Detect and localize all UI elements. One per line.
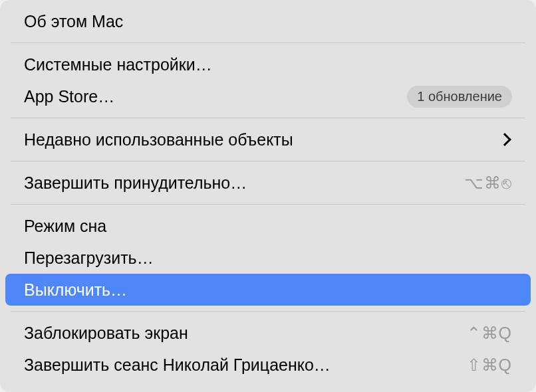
keyboard-shortcut: ⌃⌘Q <box>467 324 512 343</box>
menu-item-about-mac[interactable]: Об этом Mac <box>5 5 531 37</box>
menu-item-label: Выключить… <box>24 280 127 300</box>
menu-item-sleep[interactable]: Режим сна <box>5 210 531 242</box>
menu-separator <box>11 43 525 43</box>
keyboard-shortcut: ⇧⌘Q <box>467 355 512 375</box>
chevron-right-icon <box>498 133 511 146</box>
menu-item-label: Об этом Mac <box>24 12 123 31</box>
menu-item-log-out[interactable]: Завершить сеанс Николай Грицаенко… ⇧⌘Q <box>5 349 531 381</box>
menu-item-label: Режим сна <box>24 217 106 236</box>
menu-item-shutdown[interactable]: Выключить… <box>5 274 531 306</box>
keyboard-shortcut: ⌥⌘⎋ <box>464 173 512 193</box>
menu-item-label: Системные настройки… <box>24 55 212 74</box>
apple-menu: Об этом Mac Системные настройки… App Sto… <box>0 0 536 392</box>
menu-separator <box>11 204 525 205</box>
menu-item-label: App Store… <box>24 87 114 106</box>
menu-item-label: Завершить принудительно… <box>24 173 247 193</box>
menu-item-label: Недавно использованные объекты <box>24 130 293 149</box>
menu-item-label: Перезагрузить… <box>24 248 154 268</box>
update-badge: 1 обновление <box>407 86 512 108</box>
menu-separator <box>11 311 525 312</box>
menu-separator <box>11 161 525 161</box>
menu-item-lock-screen[interactable]: Заблокировать экран ⌃⌘Q <box>5 317 531 349</box>
menu-item-system-settings[interactable]: Системные настройки… <box>5 49 531 80</box>
menu-item-restart[interactable]: Перезагрузить… <box>5 242 531 274</box>
menu-item-label: Завершить сеанс Николай Грицаенко… <box>24 355 331 375</box>
menu-item-force-quit[interactable]: Завершить принудительно… ⌥⌘⎋ <box>5 167 531 199</box>
menu-item-app-store[interactable]: App Store… 1 обновление <box>5 80 531 112</box>
menu-item-recent-items[interactable]: Недавно использованные объекты <box>5 124 531 155</box>
menu-separator <box>11 118 525 118</box>
menu-item-label: Заблокировать экран <box>24 324 188 343</box>
